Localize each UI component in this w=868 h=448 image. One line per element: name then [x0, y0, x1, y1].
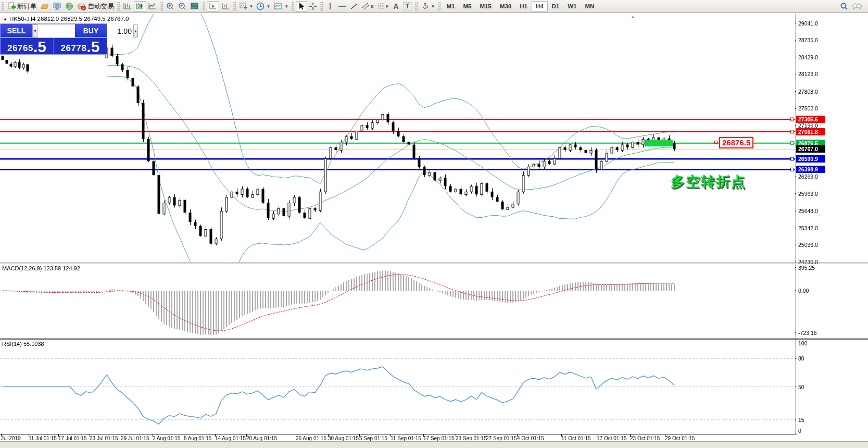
timeframe-M5[interactable]: M5 — [459, 1, 475, 11]
templates-button[interactable]: ▼ — [272, 1, 290, 12]
timeframe-H1[interactable]: H1 — [515, 1, 532, 11]
crosshair-icon — [309, 2, 317, 10]
macd-indicator-label: MACD(12,26,9) 123.59 124.92 — [2, 265, 80, 271]
autoscroll-button[interactable] — [207, 1, 219, 12]
autotrading-button[interactable]: 自动交易 — [76, 1, 116, 12]
signals-button[interactable] — [64, 1, 76, 12]
date-axis-label: 23 Sep 01:15 — [456, 435, 487, 441]
signals-icon — [65, 2, 74, 10]
date-axis-label: 17 Sep 01:15 — [423, 435, 455, 441]
toolbar-grip[interactable] — [320, 2, 323, 11]
timeframe-M1[interactable]: M1 — [442, 1, 459, 11]
date-axis-label: 8 Aug 01:15 — [184, 435, 211, 441]
rsi-indicator-label: RSI(14) 55.1038 — [2, 341, 44, 347]
bar-chart-icon — [123, 2, 132, 10]
symbol-ohlc-text: HK50-,H4 26812.0 26829.5 26749.5 26767.0 — [9, 16, 129, 22]
one-click-collapse-icon[interactable]: ▲ — [3, 17, 7, 21]
arrows-button[interactable]: ▼ — [419, 1, 437, 12]
cursor-button[interactable] — [296, 1, 307, 12]
trendline-button[interactable] — [348, 1, 360, 12]
price-callout-label[interactable]: 26876.5 — [719, 137, 753, 148]
timeframe-W1[interactable]: W1 — [563, 1, 581, 11]
chat-button[interactable] — [850, 1, 864, 12]
turning-point-annotation[interactable]: 多空转折点 — [671, 172, 746, 191]
profiles-button[interactable] — [39, 1, 51, 12]
buy-button[interactable]: BUY — [75, 24, 107, 38]
price-axis-label: 29041.0 — [798, 20, 818, 27]
date-axis-label: 29 Oct 01:15 — [665, 435, 695, 441]
text-icon: A — [393, 2, 398, 10]
chevron-down-icon: ▼ — [431, 4, 435, 9]
timeframe-D1[interactable]: D1 — [548, 1, 564, 11]
toolbar-grip[interactable] — [292, 2, 294, 11]
toolbar-grip[interactable] — [233, 2, 236, 11]
date-axis-label: 11 Sep 01:15 — [391, 435, 421, 441]
autoscroll-icon — [208, 2, 218, 10]
zoom-out-button[interactable] — [177, 1, 188, 12]
sell-price[interactable]: 26765 .5 — [1, 38, 54, 54]
rsi-panel-separator[interactable] — [0, 338, 868, 340]
search-icon — [840, 2, 849, 10]
callout-anchor-square[interactable] — [714, 141, 718, 144]
chart-ohlc-header[interactable]: ▲HK50-,H4 26812.0 26829.5 26749.5 26767.… — [3, 16, 129, 22]
date-axis-label: 14 Aug 01:15 — [215, 435, 246, 441]
toolbar-grip[interactable] — [438, 2, 441, 11]
volume-decrease-button[interactable]: ▼ — [33, 24, 37, 38]
arrows-icon — [421, 2, 430, 10]
text-button[interactable]: A — [391, 1, 402, 12]
timeframe-H4[interactable]: H4 — [532, 1, 548, 11]
vertical-line-button[interactable] — [324, 1, 336, 12]
price-axis-label: 26269.0 — [798, 173, 818, 180]
fibonacci-button[interactable]: F — [375, 1, 391, 12]
zoom-in-button[interactable] — [165, 1, 177, 12]
toolbar-grip[interactable] — [2, 2, 4, 11]
toolbar-grip[interactable] — [415, 2, 418, 11]
bar-chart-button[interactable] — [121, 1, 134, 12]
toolbar-grip[interactable] — [160, 2, 163, 11]
one-click-trading-panel: SELL ▼ ▲ BUY 26765 .5 26778 .5 — [0, 23, 107, 55]
timeframe-M15[interactable]: M15 — [475, 1, 495, 11]
horizontal-line-button[interactable] — [336, 1, 348, 12]
timeframe-MN[interactable]: MN — [581, 1, 599, 11]
candlestick-chart-button[interactable] — [134, 1, 146, 12]
equidistant-channel-button[interactable]: E — [360, 1, 375, 12]
price-level-badge: 27305.6 — [796, 116, 825, 123]
new-order-label: 新订单 — [17, 2, 37, 11]
autotrading-icon — [77, 2, 86, 10]
volume-increase-button[interactable]: ▲ — [133, 24, 138, 38]
profile-icon — [40, 2, 49, 10]
buy-price[interactable]: 26778 .5 — [54, 38, 107, 54]
price-axis-label: 28735.0 — [798, 37, 818, 43]
crosshair-button[interactable] — [307, 1, 319, 12]
sell-button[interactable]: SELL — [1, 24, 32, 38]
price-chart-canvas[interactable] — [0, 0, 868, 448]
date-axis-label: 2 Aug 01:15 — [153, 435, 180, 441]
macd-panel-separator[interactable] — [0, 263, 868, 264]
market-watch-button[interactable] — [51, 1, 64, 12]
chart-shift-button[interactable] — [219, 1, 232, 12]
text-label-button[interactable]: T — [402, 1, 413, 12]
trendline-icon — [350, 2, 358, 10]
text-label-icon: T — [404, 2, 411, 10]
channel-icon — [361, 2, 371, 10]
search-button[interactable] — [838, 1, 850, 12]
timeframe-bar: M1M5M15M30H1H4D1W1MN — [442, 1, 598, 11]
price-axis-label: 25648.0 — [798, 208, 818, 214]
fibonacci-letter: F — [386, 4, 389, 9]
new-chart-button[interactable]: ▼ — [237, 1, 255, 12]
line-chart-button[interactable] — [146, 1, 159, 12]
line-chart-icon — [148, 2, 157, 10]
timeframe-M30[interactable]: M30 — [496, 1, 515, 11]
toolbar-grip[interactable] — [203, 2, 205, 11]
periods-button[interactable]: ▼ — [255, 1, 272, 12]
fibonacci-icon — [377, 2, 386, 10]
toolbar-grip[interactable] — [117, 2, 120, 11]
market-watch-icon — [53, 2, 62, 10]
new-order-button[interactable]: 新订单 — [6, 1, 39, 12]
price-level-badge: 26398.9 — [796, 166, 825, 173]
chart-shift-marker[interactable]: ▲ — [631, 14, 635, 19]
tile-windows-button[interactable] — [188, 1, 201, 12]
zoom-out-icon — [178, 2, 187, 10]
date-axis-label: 27 Sep 01:15 — [486, 435, 517, 441]
rsi-axis-label: 15 — [798, 417, 804, 423]
